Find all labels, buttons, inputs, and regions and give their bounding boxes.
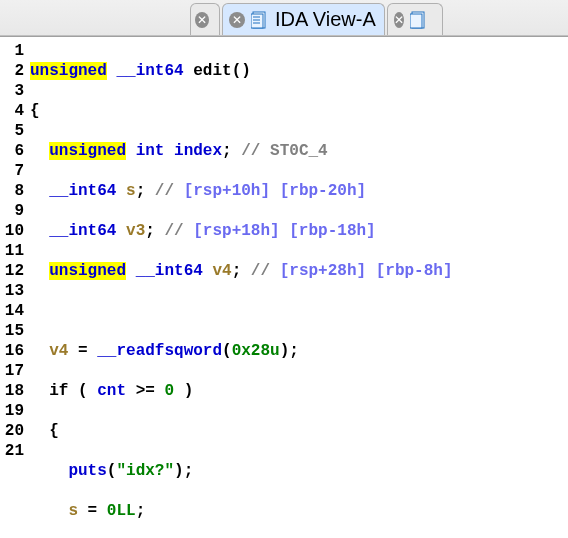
document-icon bbox=[251, 11, 269, 29]
line-number: 10 bbox=[0, 221, 24, 241]
close-icon[interactable]: ✕ bbox=[229, 12, 245, 28]
line-number: 20 bbox=[0, 421, 24, 441]
tab-bar: ✕ ✕ IDA View-A ✕ bbox=[190, 3, 445, 35]
line-number: 21 bbox=[0, 441, 24, 461]
line-number: 2 bbox=[0, 61, 24, 81]
line-number: 4 bbox=[0, 101, 24, 121]
code-line: s = 0LL; bbox=[30, 501, 453, 521]
line-number: 12 bbox=[0, 261, 24, 281]
line-gutter: 123456789101112131415161718192021 bbox=[0, 37, 28, 538]
code-line: unsigned __int64 edit() bbox=[30, 61, 453, 81]
line-number: 11 bbox=[0, 241, 24, 261]
line-number: 7 bbox=[0, 161, 24, 181]
line-number: 9 bbox=[0, 201, 24, 221]
line-number: 15 bbox=[0, 321, 24, 341]
code-line bbox=[30, 301, 453, 321]
line-number: 1 bbox=[0, 41, 24, 61]
line-number: 13 bbox=[0, 281, 24, 301]
code-line: { bbox=[30, 421, 453, 441]
tab-label: IDA View-A bbox=[275, 8, 376, 31]
code-line: unsigned int index; // ST0C_4 bbox=[30, 141, 453, 161]
code-line: __int64 s; // [rsp+10h] [rbp-20h] bbox=[30, 181, 453, 201]
code-area[interactable]: unsigned __int64 edit() { unsigned int i… bbox=[28, 37, 453, 538]
line-number: 19 bbox=[0, 401, 24, 421]
tab-ida-view-a[interactable]: ✕ IDA View-A bbox=[222, 3, 385, 35]
code-line: __int64 v3; // [rsp+18h] [rbp-18h] bbox=[30, 221, 453, 241]
code-line: unsigned __int64 v4; // [rsp+28h] [rbp-8… bbox=[30, 261, 453, 281]
line-number: 8 bbox=[0, 181, 24, 201]
line-number: 16 bbox=[0, 341, 24, 361]
line-number: 6 bbox=[0, 141, 24, 161]
line-number: 17 bbox=[0, 361, 24, 381]
svg-rect-6 bbox=[410, 14, 422, 28]
code-line: if ( cnt >= 0 ) bbox=[30, 381, 453, 401]
tab-next[interactable]: ✕ bbox=[387, 3, 443, 35]
tab-prev[interactable]: ✕ bbox=[190, 3, 220, 35]
code-line: v4 = __readfsqword(0x28u); bbox=[30, 341, 453, 361]
line-number: 14 bbox=[0, 301, 24, 321]
line-number: 18 bbox=[0, 381, 24, 401]
line-number: 5 bbox=[0, 121, 24, 141]
document-icon bbox=[410, 11, 428, 29]
code-line: { bbox=[30, 101, 453, 121]
svg-rect-1 bbox=[251, 14, 263, 28]
close-icon[interactable]: ✕ bbox=[195, 12, 209, 28]
close-icon[interactable]: ✕ bbox=[394, 12, 404, 28]
line-number: 3 bbox=[0, 81, 24, 101]
toolbar-area: ✕ ✕ IDA View-A ✕ bbox=[0, 0, 568, 36]
code-line: puts("idx?"); bbox=[30, 461, 453, 481]
code-editor[interactable]: 123456789101112131415161718192021 unsign… bbox=[0, 36, 568, 538]
